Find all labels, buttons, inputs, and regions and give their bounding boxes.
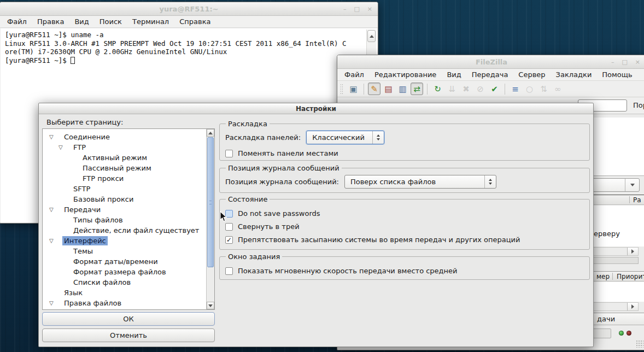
checkbox-unchecked[interactable] [225, 150, 233, 157]
resize-grip[interactable] [636, 340, 643, 348]
tree-item-label: Темы [72, 247, 95, 256]
expander-icon[interactable]: ▽ [58, 144, 72, 150]
column-divider[interactable] [612, 273, 613, 280]
scroll-down-button[interactable] [207, 302, 214, 309]
checkbox-unchecked[interactable] [225, 267, 233, 275]
scroll-right-button[interactable] [627, 248, 638, 255]
expander-icon[interactable]: ▽ [49, 238, 62, 244]
filezilla-menu-item[interactable]: Передача [472, 71, 508, 79]
tree-item[interactable]: Формат даты/времени [43, 256, 206, 267]
find-icon: ○ [523, 83, 536, 95]
tree-scrollbar[interactable] [206, 129, 214, 309]
instant-speed-checkbox-row[interactable]: Показать мгновенную скорость передачи вм… [225, 267, 584, 275]
dialog-titlebar[interactable]: Настройки [39, 103, 593, 114]
ok-button[interactable]: ОК [42, 312, 215, 326]
tree-item[interactable]: Списки файлов [43, 277, 206, 288]
state-checkbox-row[interactable]: Свернуть в трей [225, 222, 584, 231]
tree-item[interactable]: Темы [43, 246, 206, 256]
tree-item-label: Формат даты/времени [72, 257, 160, 266]
scroll-right-button[interactable] [627, 303, 638, 310]
checkbox-unchecked[interactable] [225, 223, 233, 231]
site-manager-icon[interactable]: ▣ [347, 83, 360, 95]
tree-item[interactable]: ▽Правка файлов [43, 298, 206, 308]
maximize-icon[interactable]: □ [622, 59, 627, 65]
terminal-menu-item[interactable]: Поиск [99, 17, 122, 26]
combo-spinner-icon[interactable] [484, 175, 496, 188]
terminal-menu-item[interactable]: Правка [37, 17, 64, 26]
refresh-icon[interactable]: ↻ [431, 83, 444, 95]
tree-item-label: Базовый прокси [72, 195, 135, 204]
terminal-menu-item[interactable]: Файл [7, 17, 27, 26]
tree-item[interactable]: ▽Соединение [43, 132, 206, 142]
checkbox-checked[interactable]: ✓ [225, 236, 233, 244]
scroll-up-button[interactable] [207, 129, 214, 137]
minimize-icon[interactable]: – [611, 59, 614, 65]
tree-item[interactable]: FTP прокси [43, 173, 206, 184]
log-position-combobox[interactable]: Поверх списка файлов [344, 175, 496, 189]
tree-item[interactable]: ▽Передачи [43, 204, 206, 215]
task-window-legend: Окно задания [226, 253, 282, 261]
chevron-right-icon [631, 249, 634, 254]
queue-led-green-icon [619, 331, 624, 336]
cancel-button[interactable]: Отменить [42, 328, 215, 342]
filezilla-menu-item[interactable]: Файл [344, 71, 364, 79]
tree-item[interactable]: Активный режим [43, 152, 206, 163]
expander-icon[interactable]: ▽ [49, 207, 62, 213]
scroll-up-button[interactable] [367, 30, 376, 42]
terminal-titlebar[interactable]: yura@RF511:~ – □ × [0, 2, 378, 16]
filezilla-titlebar[interactable]: FileZilla – □ × [337, 55, 644, 69]
message-log-toggle-icon[interactable]: ✎ [368, 83, 380, 95]
layout-group: Раскладка Раскладка панелей: Классически… [219, 120, 590, 161]
tree-item[interactable]: Действие, если файл существует [43, 225, 206, 236]
tree-item[interactable]: Типы файлов [43, 215, 206, 225]
toolbar-grip[interactable] [340, 84, 344, 95]
state-checkbox-row[interactable]: Do not save passwords [225, 209, 584, 218]
tree-item[interactable]: ▽Интерфейс [43, 236, 206, 246]
tree-item[interactable]: SFTP [43, 184, 206, 194]
terminal-menu-item[interactable]: Справка [179, 17, 210, 26]
filezilla-menu-item[interactable]: Закладки [556, 71, 592, 79]
log-position-label: Позиция журнала сообщений: [225, 178, 339, 186]
terminal-menu-item[interactable]: Вид [74, 17, 89, 26]
size-column-header[interactable]: Ра [633, 196, 641, 204]
tree-item[interactable]: Формат размера файлов [43, 267, 206, 277]
chevron-up-icon [370, 35, 374, 38]
panel-layout-combobox[interactable]: Классический [306, 131, 384, 144]
filter-icon[interactable]: ≡ [509, 83, 522, 95]
terminal-menu-item[interactable]: Терминал [132, 17, 169, 26]
close-icon[interactable]: × [635, 59, 640, 65]
state-group-legend: Состояние [226, 195, 270, 203]
queue-size-column-header[interactable]: мер [596, 273, 610, 280]
log-position-group: Позиция журнала сообщений Позиция журнал… [219, 164, 590, 193]
minimize-icon[interactable]: – [343, 6, 347, 12]
tree-item[interactable]: Пассивный режим [43, 163, 206, 173]
tree-item[interactable]: ▽FTP [43, 142, 206, 152]
expander-icon[interactable]: ▽ [49, 134, 62, 140]
select-page-label: Выберите страницу: [46, 118, 123, 126]
filezilla-menu-item[interactable]: Помощь [602, 71, 632, 79]
search-icon: ∞ [552, 83, 564, 95]
maximize-icon[interactable]: □ [354, 6, 359, 12]
filezilla-menu-item[interactable]: Сервер [518, 71, 545, 79]
close-icon[interactable]: × [367, 6, 372, 12]
scrollbar-thumb[interactable] [207, 137, 214, 267]
chevron-up-icon [208, 132, 213, 134]
tree-item[interactable]: Базовый прокси [43, 194, 206, 204]
local-tree-toggle-icon[interactable]: ▤ [382, 83, 395, 95]
queue-led-red-icon [627, 331, 631, 336]
remote-tree-toggle-icon[interactable]: ▥ [396, 83, 409, 95]
column-divider[interactable] [629, 196, 630, 203]
filezilla-menu-item[interactable]: Редактирование [374, 71, 436, 79]
filezilla-menu-item[interactable]: Вид [447, 71, 461, 79]
state-checkbox-row[interactable]: ✓Препятствовать засыпанию системы во вре… [225, 236, 584, 244]
toolbar-separator [505, 84, 505, 95]
expander-icon[interactable]: ▽ [49, 300, 62, 306]
tree-item[interactable]: Язык [43, 288, 206, 298]
transfer-queue-toggle-icon[interactable]: ⇄ [411, 83, 423, 95]
swap-panels-checkbox-row[interactable]: Поменять панели местами [225, 149, 584, 157]
combo-dropdown-button[interactable] [625, 179, 639, 191]
queue-priority-column-header[interactable]: Приорит [617, 273, 644, 280]
directory-comparison-icon[interactable]: ✔ [488, 83, 501, 95]
combo-spinner-icon[interactable] [372, 131, 384, 144]
layout-group-legend: Раскладка [226, 120, 270, 128]
